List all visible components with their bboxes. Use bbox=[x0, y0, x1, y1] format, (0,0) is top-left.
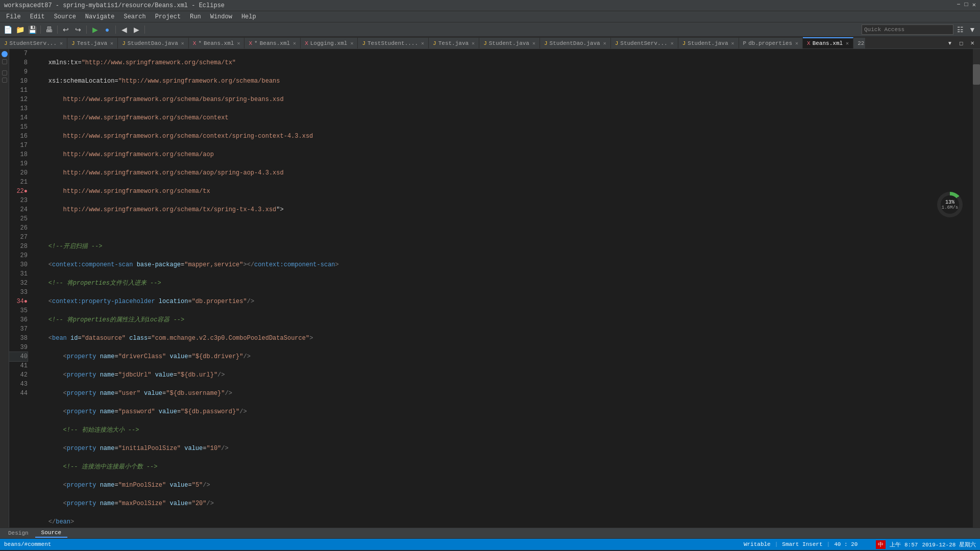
tab-label: Beans.xml bbox=[260, 40, 290, 46]
run-button[interactable]: ▶ bbox=[89, 24, 101, 35]
menu-source[interactable]: Source bbox=[50, 12, 80, 21]
next-button[interactable]: ▶ bbox=[131, 24, 142, 35]
tab-beans-active[interactable]: X Beans.xml ✕ bbox=[803, 37, 853, 48]
tab-label: Beans.xml bbox=[813, 40, 843, 46]
tab-icon: J bbox=[433, 40, 436, 46]
menu-edit[interactable]: Edit bbox=[26, 12, 49, 21]
maximize-editor-button[interactable]: ◻ bbox=[955, 37, 967, 48]
tab-close[interactable]: ✕ bbox=[293, 40, 296, 46]
perf-label: 1.6M/s bbox=[942, 205, 958, 210]
status-writable: Writable bbox=[744, 541, 771, 547]
tab-student[interactable]: J Student.java ✕ bbox=[479, 37, 540, 48]
perspectives-button[interactable]: ☷ bbox=[954, 24, 966, 35]
tab-source[interactable]: Source bbox=[35, 529, 68, 538]
gutter-icon-1 bbox=[2, 51, 8, 57]
code-line-18: <context:component-scan base-package="ma… bbox=[34, 260, 969, 269]
menu-window[interactable]: Window bbox=[206, 12, 236, 21]
tab-close[interactable]: ✕ bbox=[350, 40, 353, 46]
tab-close[interactable]: ✕ bbox=[60, 40, 63, 46]
tab-22[interactable]: 22 bbox=[853, 37, 866, 48]
tab-label: Beans.xml bbox=[204, 40, 234, 46]
tab-close[interactable]: ✕ bbox=[795, 40, 798, 46]
quick-access-input[interactable]: Quick Access bbox=[862, 24, 953, 35]
left-gutter bbox=[0, 49, 9, 528]
menu-run[interactable]: Run bbox=[186, 12, 205, 21]
code-editor[interactable]: 7 8 9 10 11 12 13 14 15 16 17 18 19 20 2… bbox=[9, 49, 973, 528]
tab-label: db.properties bbox=[748, 40, 792, 46]
tab-dbprops[interactable]: P db.properties ✕ bbox=[739, 37, 803, 48]
tab-teststudent[interactable]: J TestStudent.... ✕ bbox=[358, 37, 429, 48]
tab-close[interactable]: ✕ bbox=[421, 40, 424, 46]
tab-beans1[interactable]: X * Beans.xml ✕ bbox=[189, 37, 245, 48]
menu-search[interactable]: Search bbox=[119, 12, 150, 21]
tab-icon: X bbox=[249, 40, 252, 46]
code-line-29: <!-- 连接池中连接最小个数 --> bbox=[34, 462, 969, 471]
new-button[interactable]: 📄 bbox=[2, 24, 13, 35]
menu-help[interactable]: Help bbox=[237, 12, 260, 21]
code-line-9: http://www.springframework.org/schema/be… bbox=[34, 95, 969, 104]
performance-indicator[interactable]: 13% 1.6M/s bbox=[937, 192, 963, 217]
close-button[interactable]: ✕ bbox=[972, 1, 976, 9]
tab-testjava[interactable]: J Test.java ✕ bbox=[67, 37, 118, 48]
tab-design[interactable]: Design bbox=[2, 529, 35, 537]
tab-close[interactable]: ✕ bbox=[532, 40, 535, 46]
undo-button[interactable]: ↩ bbox=[60, 24, 71, 35]
open-button[interactable]: 📁 bbox=[14, 24, 26, 35]
close-editor-button[interactable]: ✕ bbox=[967, 37, 978, 48]
view-menu-button[interactable]: ▼ bbox=[967, 24, 978, 35]
title-text: workspacedt87 - spring-mybatis1/resource… bbox=[4, 2, 225, 9]
tab-close[interactable]: ✕ bbox=[181, 40, 184, 46]
tab-close[interactable]: ✕ bbox=[671, 40, 674, 46]
tab-studentserv2[interactable]: J StudentServ... ✕ bbox=[611, 37, 678, 48]
tab-dirty: * bbox=[254, 40, 258, 46]
menu-navigate[interactable]: Navigate bbox=[81, 12, 119, 21]
tab-beans2[interactable]: X * Beans.xml ✕ bbox=[244, 37, 301, 48]
tab-close[interactable]: ✕ bbox=[731, 40, 734, 46]
tab-close[interactable]: ✕ bbox=[472, 40, 475, 46]
tab-studentserv[interactable]: J StudentServ... ✕ bbox=[0, 37, 67, 48]
debug-button[interactable]: ● bbox=[102, 24, 113, 35]
tab-icon: J bbox=[71, 40, 75, 46]
tab-label: StudentServ... bbox=[620, 40, 667, 46]
tab-close[interactable]: ✕ bbox=[603, 40, 606, 46]
maximize-button[interactable]: □ bbox=[965, 1, 968, 9]
tab-test2[interactable]: J Test.java ✕ bbox=[429, 37, 479, 48]
title-bar: workspacedt87 - spring-mybatis1/resource… bbox=[0, 0, 980, 11]
line-numbers: 7 8 9 10 11 12 13 14 15 16 17 18 19 20 2… bbox=[9, 49, 30, 528]
tab-student2[interactable]: J Student.java ✕ bbox=[678, 37, 739, 48]
tab-label: 22 bbox=[857, 40, 864, 46]
tab-logging[interactable]: X Logging.xml ✕ bbox=[301, 37, 358, 48]
quick-access-label: Quick Access bbox=[864, 27, 904, 33]
prev-button[interactable]: ◀ bbox=[118, 24, 130, 35]
minimize-editor-button[interactable]: ▼ bbox=[944, 37, 955, 48]
tab-close[interactable]: ✕ bbox=[846, 40, 849, 46]
tab-close[interactable]: ✕ bbox=[110, 40, 113, 46]
code-line-26: <property name="password" value="${db.pa… bbox=[34, 407, 969, 416]
vertical-scrollbar[interactable] bbox=[973, 49, 980, 528]
code-line-14: http://www.springframework.org/schema/tx bbox=[34, 187, 969, 196]
status-ime: 中 bbox=[876, 540, 886, 549]
tab-studentdao2[interactable]: J StudentDao.java ✕ bbox=[540, 37, 611, 48]
code-content[interactable]: xmlns:tx="http://www.springframework.org… bbox=[30, 49, 973, 528]
print-button[interactable]: 🖶 bbox=[43, 24, 55, 35]
menu-project[interactable]: Project bbox=[151, 12, 185, 21]
tab-close[interactable]: ✕ bbox=[237, 40, 240, 46]
scrollbar-thumb[interactable] bbox=[973, 64, 980, 85]
tab-icon: J bbox=[682, 40, 686, 46]
code-line-25: <property name="user" value="${db.userna… bbox=[34, 389, 969, 398]
save-button[interactable]: 💾 bbox=[27, 24, 38, 35]
menu-bar: File Edit Source Navigate Search Project… bbox=[0, 11, 980, 22]
menu-file[interactable]: File bbox=[2, 12, 25, 21]
status-position: 40 : 20 bbox=[834, 541, 857, 547]
gutter-icon-4 bbox=[2, 78, 7, 83]
status-smart-insert: Smart Insert bbox=[782, 541, 822, 547]
status-time: 上午 8:57 bbox=[890, 541, 918, 548]
status-bar: beans/#comment Writable | Smart Insert |… bbox=[0, 539, 980, 550]
toolbar: 📄 📁 💾 🖶 ↩ ↪ ▶ ● ◀ ▶ Quick Access ☷ ▼ bbox=[0, 22, 980, 37]
tab-studentdao[interactable]: J StudentDao.java ✕ bbox=[118, 37, 189, 48]
redo-button[interactable]: ↪ bbox=[72, 24, 84, 35]
minimize-button[interactable]: − bbox=[957, 1, 960, 9]
status-sep1: | bbox=[775, 541, 778, 547]
code-line-12: http://www.springframework.org/schema/ao… bbox=[34, 150, 969, 159]
code-line-11: http://www.springframework.org/schema/co… bbox=[34, 132, 969, 141]
